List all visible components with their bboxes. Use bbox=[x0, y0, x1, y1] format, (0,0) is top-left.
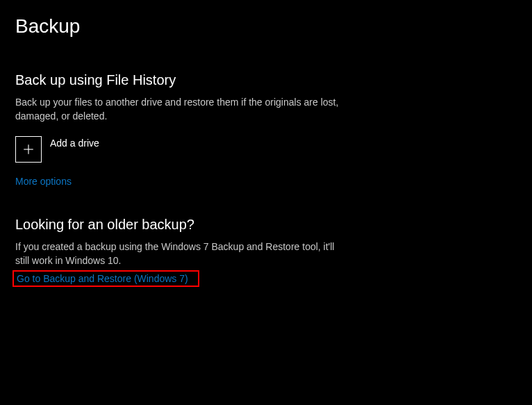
more-options-link[interactable]: More options bbox=[15, 176, 72, 187]
highlight-annotation: Go to Backup and Restore (Windows 7) bbox=[13, 270, 199, 287]
older-backup-description: If you created a backup using the Window… bbox=[15, 240, 349, 268]
page-title: Backup bbox=[15, 15, 517, 38]
older-backup-section: Looking for an older backup? If you crea… bbox=[15, 217, 517, 288]
add-drive-label: Add a drive bbox=[50, 138, 99, 149]
file-history-section: Back up using File History Back up your … bbox=[15, 72, 517, 188]
file-history-heading: Back up using File History bbox=[15, 72, 517, 88]
file-history-description: Back up your files to another drive and … bbox=[15, 95, 349, 124]
backup-restore-win7-link[interactable]: Go to Backup and Restore (Windows 7) bbox=[17, 273, 188, 284]
plus-icon bbox=[15, 136, 42, 163]
add-drive-button[interactable]: Add a drive bbox=[15, 136, 99, 163]
older-backup-heading: Looking for an older backup? bbox=[15, 217, 517, 233]
